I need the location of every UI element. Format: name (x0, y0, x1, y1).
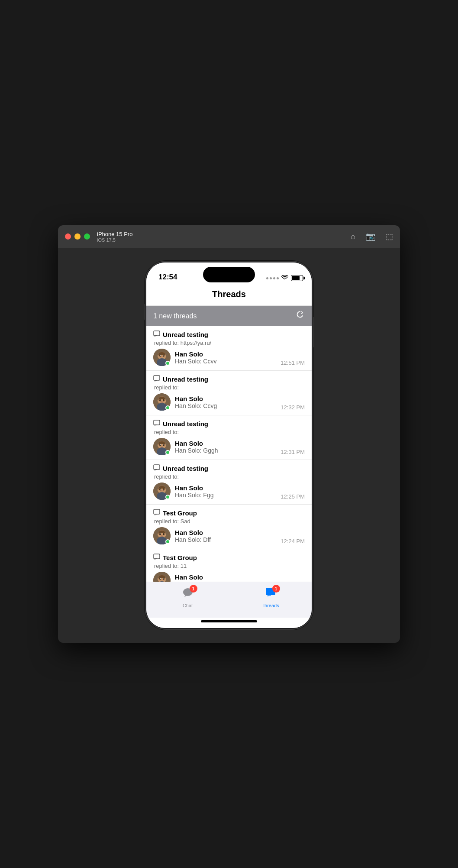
online-dot (165, 495, 170, 499)
svg-point-8 (164, 355, 164, 356)
phone-frame: 12:54 (145, 261, 313, 630)
thread-name: Unread testing (163, 376, 208, 383)
thread-name: Test Group (163, 509, 197, 517)
tab-threads[interactable]: 1 Threads (229, 586, 312, 608)
thread-header: Unread testing (153, 464, 305, 473)
traffic-lights (65, 233, 90, 240)
message-preview: Han Solo: Gggh (175, 447, 276, 454)
thread-item[interactable]: Unread testing replied to: Han Solo (146, 460, 312, 505)
wifi-icon (281, 275, 288, 282)
thread-icon (153, 554, 160, 562)
rotate-icon[interactable]: ⬚ (386, 232, 393, 241)
svg-rect-0 (154, 331, 160, 336)
status-time: 12:54 (158, 273, 177, 282)
status-icons (266, 275, 303, 282)
thread-replied: replied to: (153, 473, 305, 480)
screenshot-icon[interactable]: 📷 (366, 232, 375, 241)
message-preview: Han Solo: Dff (175, 536, 276, 543)
message-info: Han Solo Han Solo: Dff (175, 529, 276, 543)
thread-icon (153, 509, 160, 517)
home-indicator-area (146, 618, 312, 628)
thread-item[interactable]: Unread testing replied to: Han Solo (146, 371, 312, 415)
message-preview: Han Solo: Ccvg (175, 402, 276, 409)
tab-label-chat: Chat (183, 603, 193, 608)
mac-titlebar: iPhone 15 Pro iOS 17.5 ⌂ 📷 ⬚ (58, 225, 400, 248)
thread-replied: replied to: https://ya.ru/ (153, 340, 305, 346)
tab-badge-threads: 1 (272, 585, 280, 593)
tab-label-threads: Threads (261, 603, 279, 608)
phone-outer: 12:54 (58, 248, 400, 643)
thread-name: Unread testing (163, 331, 208, 338)
online-dot (165, 405, 170, 410)
thread-message-row: Han Solo Han Solo: Ccvv 12:51 PM (153, 349, 305, 366)
thread-item[interactable]: Test Group replied to: 11 Han Solo (146, 549, 312, 582)
thread-replied: replied to: (153, 429, 305, 435)
thread-icon (153, 330, 160, 339)
dynamic-island (203, 267, 255, 282)
thread-message-row: Han Solo Han Solo: Fgg 12:25 PM (153, 483, 305, 500)
svg-point-20 (161, 401, 163, 402)
svg-rect-22 (154, 420, 160, 425)
device-name: iPhone 15 Pro (97, 231, 132, 237)
refresh-icon[interactable] (295, 310, 305, 322)
svg-point-62 (160, 578, 161, 579)
status-bar: 12:54 (146, 262, 312, 286)
avatar-wrapper (153, 527, 171, 544)
thread-icon (153, 464, 160, 473)
sender-name: Han Solo (175, 484, 276, 492)
thread-message-row: Han Solo Han Solo: Gggh 12:31 PM (153, 438, 305, 455)
thread-item[interactable]: Unread testing replied to: https://ya.ru… (146, 326, 312, 371)
svg-point-40 (160, 489, 161, 490)
thread-icon (153, 375, 160, 383)
message-info: Han Solo Han Solo: Ccvg (175, 395, 276, 409)
svg-point-53 (161, 535, 163, 536)
svg-point-52 (164, 534, 164, 534)
thread-item[interactable]: Unread testing replied to: Han Solo (146, 415, 312, 460)
minimize-button[interactable] (74, 233, 81, 240)
titlebar-info: iPhone 15 Pro iOS 17.5 (97, 231, 132, 243)
svg-rect-44 (154, 509, 160, 514)
svg-point-64 (161, 580, 163, 580)
thread-replied: replied to: 11 (153, 563, 305, 569)
svg-point-41 (164, 489, 164, 490)
svg-point-63 (164, 578, 164, 579)
tab-icon-wrapper: 1 (264, 586, 277, 602)
thread-list: Unread testing replied to: https://ya.ru… (146, 326, 312, 582)
new-threads-banner[interactable]: 1 new threads (146, 306, 312, 326)
message-info: Han Solo Han Solo: Jjj (175, 573, 276, 582)
phone-screen: 12:54 (146, 262, 312, 628)
maximize-button[interactable] (84, 233, 90, 240)
app-header: Threads (146, 286, 312, 306)
message-info: Han Solo Han Solo: Fgg (175, 484, 276, 499)
online-dot (165, 450, 170, 455)
svg-rect-33 (154, 465, 160, 470)
thread-header: Unread testing (153, 375, 305, 383)
svg-point-31 (161, 446, 163, 447)
thread-icon (153, 420, 160, 428)
dot-3 (273, 277, 275, 279)
app-title: Threads (155, 289, 303, 299)
svg-point-9 (161, 356, 163, 357)
svg-point-19 (164, 400, 164, 401)
avatar-wrapper (153, 393, 171, 411)
message-time: 12:32 PM (281, 404, 305, 411)
tab-bar: 1 Chat 1 Threads (146, 582, 312, 618)
svg-rect-55 (154, 554, 160, 559)
svg-point-42 (161, 490, 163, 491)
thread-message-row: Han Solo Han Solo: Ccvg 12:32 PM (153, 393, 305, 411)
thread-name: Unread testing (163, 420, 208, 428)
message-time: 12:24 PM (281, 538, 305, 544)
message-preview: Han Solo: Fgg (175, 492, 276, 499)
svg-point-51 (160, 534, 161, 534)
sender-name: Han Solo (175, 395, 276, 402)
dot-2 (270, 277, 272, 279)
avatar-wrapper (153, 349, 171, 366)
signal-dots (266, 277, 279, 279)
home-icon[interactable]: ⌂ (351, 232, 355, 241)
thread-message-row: Han Solo Han Solo: Dff 12:24 PM (153, 527, 305, 544)
tab-chat[interactable]: 1 Chat (146, 586, 229, 608)
dot-1 (266, 277, 268, 279)
thread-item[interactable]: Test Group replied to: Sad Han Solo (146, 505, 312, 549)
thread-header: Test Group (153, 509, 305, 517)
close-button[interactable] (65, 233, 71, 240)
